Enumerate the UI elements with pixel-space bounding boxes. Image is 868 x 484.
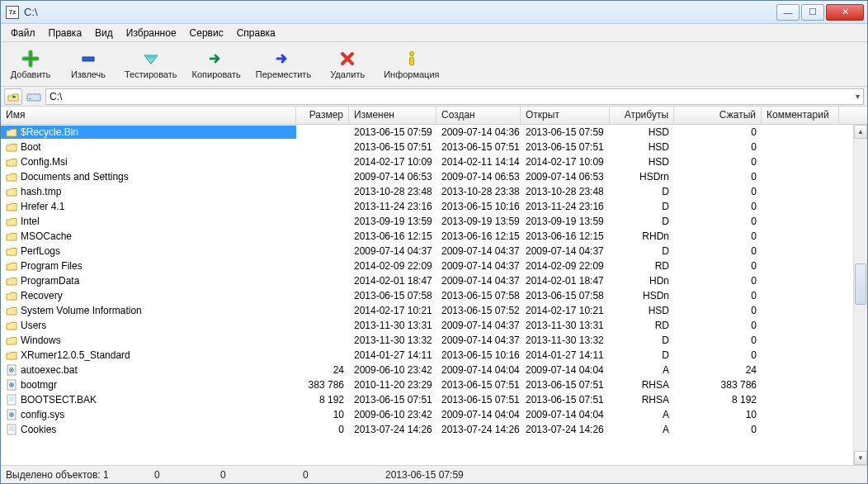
cell-name: System Volume Information xyxy=(1,304,296,317)
table-row[interactable]: Cookies02013-07-24 14:262013-07-24 14:26… xyxy=(1,422,853,437)
cell-size xyxy=(296,161,349,163)
toolbar-info-button[interactable]: Информация xyxy=(380,48,442,81)
file-list[interactable]: $Recycle.Bin2013-06-15 07:592009-07-14 0… xyxy=(1,125,853,465)
table-row[interactable]: Program Files2014-02-09 22:092009-07-14 … xyxy=(1,259,853,273)
cell-modified: 2014-02-17 10:21 xyxy=(349,304,436,317)
scroll-up-icon[interactable]: ▲ xyxy=(854,125,867,139)
menu-item-5[interactable]: Справка xyxy=(230,26,282,40)
cell-attr: HSD xyxy=(610,126,674,139)
table-row[interactable]: BOOTSECT.BAK8 1922013-06-15 07:512013-06… xyxy=(1,392,853,407)
cell-created: 2013-06-15 07:51 xyxy=(436,140,521,154)
minimize-button[interactable]: — xyxy=(776,4,800,21)
menu-item-2[interactable]: Вид xyxy=(88,26,120,40)
cell-name: autoexec.bat xyxy=(1,363,296,377)
cell-attr: A xyxy=(610,423,674,436)
table-row[interactable]: Documents and Settings2009-07-14 06:5320… xyxy=(1,169,853,184)
toolbar-add-button[interactable]: Добавить xyxy=(6,48,55,81)
col-modified[interactable]: Изменен xyxy=(349,107,436,124)
toolbar-extract-button[interactable]: Извлечь xyxy=(64,48,113,81)
cell-name: Hrefer 4.1 xyxy=(1,200,296,213)
status-v3: 0 xyxy=(303,469,361,481)
toolbar-test-button[interactable]: Тестировать xyxy=(121,48,181,81)
table-row[interactable]: MSOCache2013-06-16 12:152013-06-16 12:15… xyxy=(1,229,853,244)
cell-modified: 2014-02-01 18:47 xyxy=(349,274,436,287)
cell-accessed: 2013-06-16 12:15 xyxy=(521,230,610,243)
col-comment[interactable]: Комментарий xyxy=(762,107,839,124)
cell-compressed: 10 xyxy=(674,408,762,421)
cell-compressed: 383 786 xyxy=(674,378,762,391)
folder-icon xyxy=(6,245,17,257)
cell-attr: RD xyxy=(610,319,674,332)
table-row[interactable]: Users2013-11-30 13:312009-07-14 04:37201… xyxy=(1,318,853,333)
svg-rect-2 xyxy=(409,57,413,65)
path-input[interactable]: C:\ ▾ xyxy=(45,88,864,105)
cell-compressed: 0 xyxy=(674,215,762,228)
close-button[interactable]: ✕ xyxy=(826,4,864,21)
cell-accessed: 2009-07-14 04:04 xyxy=(521,408,610,421)
table-row[interactable]: Intel2013-09-19 13:592013-09-19 13:59201… xyxy=(1,214,853,229)
toolbar-move-button[interactable]: Переместить xyxy=(252,48,314,81)
svg-rect-3 xyxy=(27,94,40,101)
maximize-button[interactable]: ☐ xyxy=(801,4,824,21)
table-row[interactable]: config.sys102009-06-10 23:422009-07-14 0… xyxy=(1,407,853,422)
cell-created: 2013-06-16 12:15 xyxy=(436,230,521,243)
cell-name: Program Files xyxy=(1,259,296,273)
table-row[interactable]: XRumer12.0.5_Standard2014-01-27 14:11201… xyxy=(1,348,853,363)
cell-modified: 2010-11-20 23:29 xyxy=(349,378,436,391)
dropdown-icon[interactable]: ▾ xyxy=(856,92,860,101)
col-attributes[interactable]: Атрибуты xyxy=(610,107,674,124)
table-row[interactable]: Boot2013-06-15 07:512013-06-15 07:512013… xyxy=(1,140,853,154)
cell-size xyxy=(296,265,349,267)
col-size[interactable]: Размер xyxy=(296,107,349,124)
folder-icon xyxy=(6,290,17,301)
table-row[interactable]: ProgramData2014-02-01 18:472009-07-14 04… xyxy=(1,273,853,288)
cell-modified: 2013-10-28 23:48 xyxy=(349,185,436,198)
scroll-down-icon[interactable]: ▼ xyxy=(854,451,867,465)
table-row[interactable]: autoexec.bat242009-06-10 23:422009-07-14… xyxy=(1,363,853,377)
move-icon xyxy=(274,50,292,68)
table-row[interactable]: PerfLogs2009-07-14 04:372009-07-14 04:37… xyxy=(1,244,853,259)
scroll-thumb[interactable] xyxy=(855,263,866,305)
cell-attr: HSD xyxy=(610,304,674,317)
cell-modified: 2013-06-16 12:15 xyxy=(349,230,436,243)
toolbar-delete-button[interactable]: Удалить xyxy=(323,48,372,81)
toolbar-copy-button[interactable]: Копировать xyxy=(189,48,244,81)
menu-item-3[interactable]: Избранное xyxy=(120,26,183,40)
window-title: C:\ xyxy=(24,6,775,18)
table-row[interactable]: System Volume Information2014-02-17 10:2… xyxy=(1,303,853,318)
table-row[interactable]: $Recycle.Bin2013-06-15 07:592009-07-14 0… xyxy=(1,125,853,140)
toolbar-label: Добавить xyxy=(11,69,51,79)
cell-created: 2013-07-24 14:26 xyxy=(436,423,521,436)
col-name[interactable]: Имя xyxy=(1,107,296,124)
scroll-track[interactable] xyxy=(854,139,867,451)
table-row[interactable]: hash.tmp2013-10-28 23:482013-10-28 23:38… xyxy=(1,184,853,199)
cell-name: Config.Msi xyxy=(1,155,296,168)
cell-name: Users xyxy=(1,319,296,332)
cell-name: Documents and Settings xyxy=(1,170,296,183)
col-created[interactable]: Создан xyxy=(436,107,521,124)
cell-name: MSOCache xyxy=(1,230,296,243)
col-accessed[interactable]: Открыт xyxy=(521,107,610,124)
cell-comment xyxy=(762,384,839,386)
up-button[interactable] xyxy=(4,88,22,105)
vertical-scrollbar[interactable]: ▲ ▼ xyxy=(853,125,867,465)
col-compressed[interactable]: Сжатый xyxy=(674,107,762,124)
menu-item-4[interactable]: Сервис xyxy=(183,26,230,40)
cell-comment xyxy=(762,131,839,133)
table-row[interactable]: Windows2013-11-30 13:322009-07-14 04:372… xyxy=(1,333,853,348)
cell-compressed: 24 xyxy=(674,363,762,377)
cell-name: config.sys xyxy=(1,408,296,421)
menu-item-1[interactable]: Правка xyxy=(42,26,89,40)
table-row[interactable]: bootmgr383 7862010-11-20 23:292013-06-15… xyxy=(1,377,853,392)
cell-compressed: 0 xyxy=(674,259,762,273)
table-row[interactable]: Hrefer 4.12013-11-24 23:162013-06-15 10:… xyxy=(1,199,853,214)
cell-created: 2009-07-14 04:37 xyxy=(436,334,521,347)
table-row[interactable]: Config.Msi2014-02-17 10:092014-02-11 14:… xyxy=(1,154,853,169)
cell-size xyxy=(296,310,349,311)
cell-modified: 2013-11-24 23:16 xyxy=(349,200,436,213)
menu-item-0[interactable]: Файл xyxy=(4,26,42,40)
table-row[interactable]: Recovery2013-06-15 07:582013-06-15 07:58… xyxy=(1,288,853,303)
list-header: Имя Размер Изменен Создан Открыт Атрибут… xyxy=(1,107,867,125)
cell-attr: RHSA xyxy=(610,393,674,406)
status-bar: Выделено объектов: 1 0 0 0 2013-06-15 07… xyxy=(1,465,867,483)
